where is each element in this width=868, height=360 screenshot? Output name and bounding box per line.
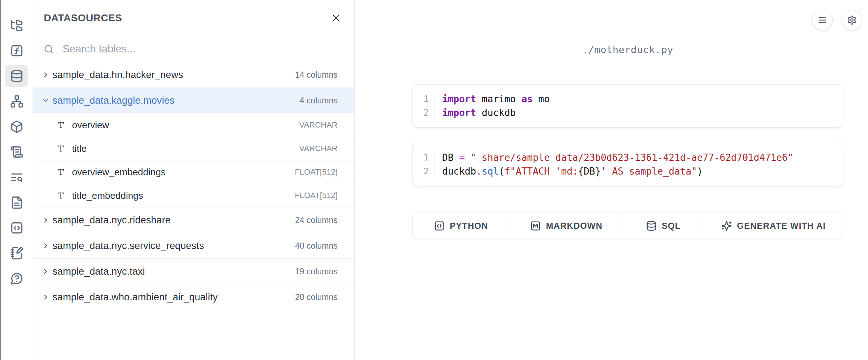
gear-icon [847, 15, 857, 25]
chevron-down-icon [42, 97, 50, 104]
table-row[interactable]: sample_data.who.ambient_air_quality20 co… [33, 284, 354, 310]
table-row[interactable]: sample_data.nyc.taxi19 columns [33, 259, 354, 284]
table-name: sample_data.nyc.service_requests [52, 240, 288, 252]
search-bar [33, 36, 354, 62]
line-number: 2 [418, 164, 429, 178]
sidebar-item-dependencies[interactable] [5, 90, 28, 112]
notebook-menu-button[interactable] [812, 10, 833, 30]
code-content: import marimo as moimport duckdb [435, 92, 834, 120]
chevron-right-icon [42, 293, 50, 301]
activity-bar [1, 0, 33, 360]
column-name: title_embeddings [72, 190, 295, 201]
sparkles-icon [721, 220, 732, 231]
line-number: 1 [418, 92, 429, 106]
search-icon [44, 44, 54, 54]
sidebar-item-logs[interactable] [5, 166, 28, 188]
datasources-panel: DATASOURCES sample_data.hn.hacker_news14… [33, 0, 355, 360]
chevron-right-icon [42, 71, 50, 79]
add-cell-markdown-button[interactable]: MARKDOWN [509, 213, 623, 239]
table-name: sample_data.who.ambient_air_quality [52, 292, 288, 303]
cell-editor[interactable]: 12DB = "_share/sample_data/23b0d623-1361… [418, 151, 834, 178]
table-column-count: 14 columns [295, 70, 338, 80]
code-cell[interactable]: 12DB = "_share/sample_data/23b0d623-1361… [412, 143, 843, 186]
menu-icon [817, 15, 827, 25]
column-type: FLOAT[512] [295, 191, 338, 200]
notebook-filename: ./motherduck.py [412, 44, 843, 55]
column-name: overview [72, 120, 299, 131]
marimo-app: DATASOURCES sample_data.hn.hacker_news14… [0, 0, 868, 360]
sidebar-item-help[interactable] [5, 267, 28, 290]
line-number: 2 [418, 106, 429, 120]
square-m-icon [530, 220, 541, 231]
type-icon [57, 192, 65, 200]
column-type: VARCHAR [299, 144, 338, 153]
code-line: import duckdb [442, 106, 834, 120]
table-name: sample_data.nyc.rideshare [52, 215, 288, 226]
square-function-icon [10, 44, 24, 57]
table-row[interactable]: sample_data.nyc.rideshare24 columns [33, 207, 354, 233]
type-icon [57, 121, 65, 129]
add-cell-label: MARKDOWN [546, 221, 602, 231]
sidebar-item-snippets[interactable] [5, 217, 28, 239]
code-content: DB = "_share/sample_data/23b0d623-1361-4… [435, 151, 834, 178]
add-cell-bar: PYTHONMARKDOWNSQLGENERATE WITH AI [412, 213, 843, 239]
table-row[interactable]: sample_data.hn.hacker_news14 columns [33, 62, 354, 88]
add-cell-python-button[interactable]: PYTHON [413, 213, 509, 239]
code-cell[interactable]: 12import marimo as moimport duckdb [412, 84, 843, 128]
table-row[interactable]: sample_data.nyc.service_requests40 colum… [33, 233, 354, 259]
sidebar-item-scratchpad[interactable] [5, 242, 28, 264]
text-search-icon [10, 171, 24, 184]
notebook-controls [812, 10, 862, 30]
file-text-icon [10, 196, 24, 209]
type-icon [57, 168, 65, 176]
table-name: sample_data.kaggle.movies [52, 95, 292, 106]
sidebar-item-datasources[interactable] [5, 65, 28, 87]
add-cell-sql-button[interactable]: SQL [623, 213, 703, 239]
database-icon [646, 220, 657, 231]
sidebar-item-file-explorer[interactable] [5, 14, 28, 37]
column-name: title [72, 143, 299, 154]
search-input[interactable] [63, 43, 344, 55]
table-row[interactable]: sample_data.kaggle.movies4 columns [33, 88, 354, 113]
close-panel-button[interactable] [328, 10, 344, 26]
line-numbers: 12 [418, 151, 435, 178]
code-line: duckdb.sql(f"ATTACH 'md:{DB}' AS sample_… [442, 164, 834, 178]
cell-editor[interactable]: 12import marimo as moimport duckdb [418, 92, 834, 120]
line-number: 1 [418, 151, 429, 164]
code-line: DB = "_share/sample_data/23b0d623-1361-4… [442, 151, 834, 164]
column-type: VARCHAR [299, 120, 338, 130]
folder-tree-icon [10, 19, 24, 32]
type-icon [57, 145, 65, 153]
scroll-text-icon [10, 145, 24, 159]
column-row[interactable]: overview_embeddingsFLOAT[512] [33, 160, 354, 184]
table-name: sample_data.nyc.taxi [52, 266, 288, 277]
network-icon [10, 95, 24, 108]
add-cell-label: SQL [662, 221, 681, 231]
column-type: FLOAT[512] [295, 167, 338, 177]
column-row[interactable]: overviewVARCHAR [33, 113, 354, 137]
table-column-count: 4 columns [300, 96, 338, 106]
add-cell-label: GENERATE WITH AI [737, 221, 826, 231]
notebook-pen-icon [10, 247, 24, 260]
column-row[interactable]: title_embeddingsFLOAT[512] [33, 184, 354, 207]
chevron-right-icon [42, 216, 50, 224]
sidebar-item-packages[interactable] [5, 115, 28, 138]
notebook-area: ./motherduck.py 12import marimo as moimp… [355, 0, 868, 360]
table-list: sample_data.hn.hacker_news14 columnssamp… [33, 62, 354, 310]
square-code-icon [434, 220, 445, 231]
table-column-count: 20 columns [295, 292, 338, 302]
chevron-right-icon [42, 242, 50, 250]
sidebar-item-documentation[interactable] [5, 191, 28, 214]
settings-button[interactable] [842, 10, 862, 30]
table-column-count: 40 columns [295, 241, 338, 251]
table-column-count: 24 columns [295, 215, 338, 225]
table-column-count: 19 columns [295, 267, 338, 277]
add-cell-generate-with-ai-button[interactable]: GENERATE WITH AI [703, 213, 843, 239]
column-row[interactable]: titleVARCHAR [33, 137, 354, 160]
box-icon [10, 120, 24, 133]
add-cell-label: PYTHON [450, 221, 488, 231]
panel-title: DATASOURCES [44, 12, 328, 24]
sidebar-item-outline[interactable] [5, 141, 28, 163]
column-name: overview_embeddings [72, 167, 295, 178]
sidebar-item-variables[interactable] [5, 39, 28, 62]
